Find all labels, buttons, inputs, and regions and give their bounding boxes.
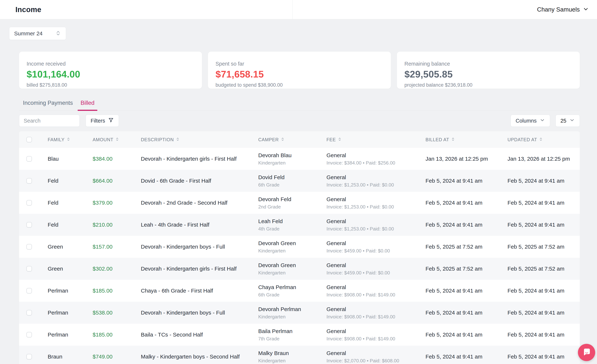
row-select-cell	[26, 156, 48, 162]
cell-family: Feld	[48, 199, 93, 206]
cell-fee: General Invoice: $1,253.00 • Paid: $0.00	[326, 174, 425, 188]
fee-name: General	[326, 328, 425, 335]
fee-invoice-paid: Invoice: $2,070.00 • Paid: $608.00	[326, 358, 425, 364]
tab-incoming-payments[interactable]: Incoming Payments	[20, 100, 76, 111]
cell-family: Feld	[48, 177, 93, 184]
row-select-cell	[26, 222, 48, 228]
chat-launcher-button[interactable]	[578, 344, 595, 361]
cell-amount: $664.00	[93, 178, 141, 184]
table-row[interactable]: Green $302.00 Devorah - Kindergarten gir…	[19, 258, 580, 280]
cell-amount: $302.00	[93, 266, 141, 272]
card-label: Income received	[27, 61, 195, 67]
user-menu[interactable]: Chany Samuels	[537, 6, 589, 13]
search-input[interactable]	[19, 115, 80, 127]
row-checkbox[interactable]	[26, 332, 32, 337]
cell-billed-at: Feb 5, 2024 at 9:41 am	[425, 309, 508, 316]
fee-invoice-paid: Invoice: $459.00 • Paid: $0.00	[326, 270, 425, 276]
cell-family: Feld	[48, 221, 93, 228]
row-checkbox[interactable]	[26, 354, 32, 359]
table-row[interactable]: Green $157.00 Devorah - Kindergarten boy…	[19, 236, 580, 258]
card-subtext: projected balance $236,918.00	[404, 82, 573, 88]
camper-grade: 6th Grade	[258, 182, 326, 188]
cell-billed-at: Feb 5, 2025 at 7:52 am	[425, 243, 508, 250]
row-checkbox[interactable]	[26, 178, 32, 183]
cell-camper: Leah Feld 4th Grade	[258, 218, 326, 232]
cell-updated-at: Jan 13, 2026 at 12:25 pm	[508, 155, 573, 162]
row-select-cell	[26, 354, 48, 359]
row-select-cell	[26, 288, 48, 294]
tab-bar: Incoming PaymentsBilled	[19, 100, 580, 111]
sort-icon[interactable]	[451, 137, 455, 142]
column-header-description: Description	[141, 137, 258, 142]
camper-grade: Kindergarten	[258, 160, 326, 166]
camper-grade: Kindergarten	[258, 248, 326, 254]
row-checkbox[interactable]	[26, 266, 32, 272]
camper-name: Dovid Feld	[258, 174, 326, 181]
column-header-camper: Camper	[258, 137, 326, 142]
camper-name: Chaya Perlman	[258, 284, 326, 291]
sort-icon[interactable]	[115, 137, 119, 142]
table-row[interactable]: Perlman $185.00 Baila - TCs - Second Hal…	[19, 324, 580, 346]
cell-updated-at: Feb 5, 2024 at 9:41 am	[508, 353, 573, 360]
page-size-select[interactable]: 25	[556, 115, 580, 127]
cell-camper: Malky Braun Kindergarten	[258, 350, 326, 364]
table-row[interactable]: Braun $749.00 Malky - Kindergarten boys …	[19, 346, 580, 364]
summary-card: Income received $101,164.00 billed $275,…	[19, 52, 202, 89]
season-select[interactable]: Summer 24	[9, 27, 66, 40]
row-checkbox[interactable]	[26, 310, 32, 315]
row-checkbox[interactable]	[26, 200, 32, 205]
cell-description: Devorah - Kindergarten girls - First Hal…	[141, 265, 258, 272]
sort-icon[interactable]	[176, 137, 180, 142]
cell-amount: $185.00	[93, 288, 141, 294]
cell-family: Perlman	[48, 309, 93, 316]
camper-grade: Kindergarten	[258, 270, 326, 276]
cell-updated-at: Feb 5, 2024 at 9:41 am	[508, 221, 573, 228]
cell-updated-at: Feb 5, 2025 at 7:52 am	[508, 265, 573, 272]
table-row[interactable]: Perlman $185.00 Chaya - 6th Grade - Firs…	[19, 280, 580, 302]
camper-grade: Kindergarten	[258, 358, 326, 364]
table-row[interactable]: Feld $664.00 Dovid - 6th Grade - First H…	[19, 170, 580, 192]
cell-description: Devorah - Kindergarten boys - Full	[141, 309, 258, 316]
camper-name: Baila Perlman	[258, 328, 326, 335]
fee-name: General	[326, 196, 425, 203]
table-row[interactable]: Perlman $538.00 Devorah - Kindergarten b…	[19, 302, 580, 324]
user-name: Chany Samuels	[537, 6, 580, 13]
cell-description: Malky - Kindergarten boys - Second Half	[141, 353, 258, 360]
season-select-value: Summer 24	[14, 30, 43, 37]
table-row[interactable]: Feld $379.00 Devorah - 2nd Grade - Secon…	[19, 192, 580, 214]
camper-name: Leah Feld	[258, 218, 326, 225]
cell-amount: $379.00	[93, 200, 141, 206]
cell-fee: General Invoice: $384.00 • Paid: $256.00	[326, 152, 425, 166]
row-checkbox[interactable]	[26, 288, 32, 294]
fee-invoice-paid: Invoice: $908.00 • Paid: $149.00	[326, 336, 425, 342]
cell-billed-at: Feb 5, 2024 at 9:41 am	[425, 177, 508, 184]
fee-invoice-paid: Invoice: $1,253.00 • Paid: $0.00	[326, 204, 425, 210]
columns-button[interactable]: Columns	[511, 115, 550, 127]
cell-updated-at: Feb 5, 2025 at 7:52 am	[508, 243, 573, 250]
card-label: Remaining balance	[404, 61, 573, 67]
row-checkbox[interactable]	[26, 244, 32, 250]
row-checkbox[interactable]	[26, 222, 32, 228]
row-checkbox[interactable]	[26, 156, 32, 162]
camper-grade: Kindergarten	[258, 314, 326, 320]
table-row[interactable]: Blau $384.00 Devorah - Kindergarten girl…	[19, 148, 580, 170]
sort-icon[interactable]	[66, 137, 71, 142]
chevron-down-icon	[569, 117, 575, 124]
table-row[interactable]: Feld $210.00 Leah - 4th Grade - First Ha…	[19, 214, 580, 236]
funnel-icon	[108, 117, 114, 124]
fee-invoice-paid: Invoice: $1,253.00 • Paid: $0.00	[326, 182, 425, 188]
cell-fee: General Invoice: $2,070.00 • Paid: $608.…	[326, 350, 425, 364]
tab-billed[interactable]: Billed	[78, 100, 97, 111]
main-content: Summer 24 Income received $101,164.00 bi…	[0, 19, 597, 364]
camper-name: Devorah Blau	[258, 152, 326, 159]
sort-icon[interactable]	[338, 137, 342, 142]
sort-icon[interactable]	[281, 137, 285, 142]
row-select-cell	[26, 200, 48, 205]
cell-fee: General Invoice: $459.00 • Paid: $0.00	[326, 262, 425, 276]
sort-icon[interactable]	[539, 137, 543, 142]
fee-invoice-paid: Invoice: $1,253.00 • Paid: $0.00	[326, 226, 425, 232]
row-select-cell	[26, 266, 48, 272]
filters-button[interactable]: Filters	[86, 115, 119, 127]
select-all-checkbox[interactable]	[26, 137, 32, 142]
summary-card: Spent so far $71,658.15 budgeted to spen…	[208, 52, 391, 89]
